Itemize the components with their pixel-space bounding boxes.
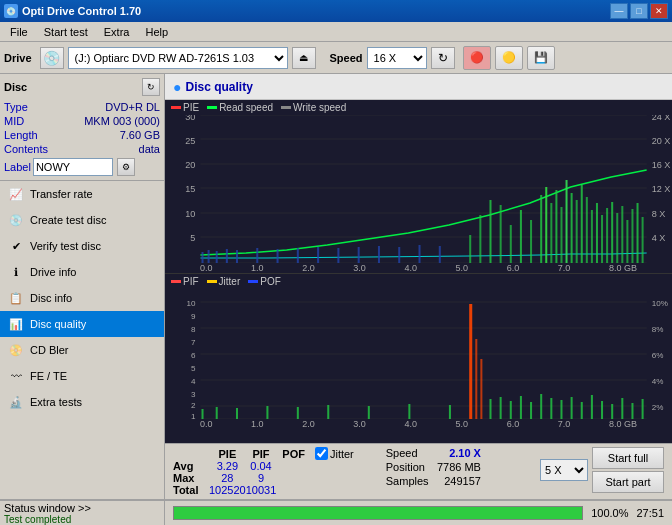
main-layout: Disc ↻ Type DVD+R DL MID MKM 003 (000) L… bbox=[0, 74, 672, 499]
sidebar-item-disc-quality[interactable]: 📊 Disc quality bbox=[0, 311, 164, 337]
speed-value: 2.10 X bbox=[449, 447, 481, 459]
lower-chart-svg: 10 9 8 7 6 5 4 3 2 1 10% 8% 6% 4% 2% bbox=[165, 289, 672, 419]
svg-rect-85 bbox=[236, 408, 238, 419]
disc-mid-val: MKM 003 (000) bbox=[84, 115, 160, 127]
svg-text:15: 15 bbox=[185, 184, 195, 194]
jitter-checkbox[interactable] bbox=[315, 447, 328, 460]
menu-file[interactable]: File bbox=[2, 24, 36, 40]
menu-extra[interactable]: Extra bbox=[96, 24, 138, 40]
disc-contents-val: data bbox=[139, 143, 160, 155]
svg-rect-100 bbox=[540, 394, 542, 419]
menu-help[interactable]: Help bbox=[137, 24, 176, 40]
drive-icon-button[interactable]: 💿 bbox=[40, 47, 64, 69]
svg-rect-56 bbox=[337, 248, 339, 263]
read-speed-color bbox=[207, 106, 217, 109]
svg-rect-84 bbox=[216, 407, 218, 419]
upper-x-axis: 0.0 1.0 2.0 3.0 4.0 5.0 6.0 7.0 8.0 GB bbox=[165, 263, 672, 273]
eject-button[interactable]: ⏏ bbox=[292, 47, 316, 69]
titlebar-title: 💿 Opti Drive Control 1.70 bbox=[4, 4, 141, 18]
sidebar-item-transfer-rate[interactable]: 📈 Transfer rate bbox=[0, 181, 164, 207]
svg-rect-97 bbox=[510, 401, 512, 419]
sidebar-item-create-test-disc[interactable]: 💿 Create test disc bbox=[0, 207, 164, 233]
legend-pif: PIF bbox=[171, 276, 199, 287]
speed-select[interactable]: 16 X bbox=[367, 47, 427, 69]
position-label: Position bbox=[386, 461, 425, 473]
svg-rect-22 bbox=[500, 205, 502, 263]
svg-text:4 X: 4 X bbox=[652, 233, 666, 243]
quality-speed-select[interactable]: 5 X bbox=[540, 459, 588, 481]
app-icon: 💿 bbox=[4, 4, 18, 18]
progress-text: 100.0% bbox=[591, 507, 628, 519]
svg-rect-19 bbox=[469, 235, 471, 263]
sidebar-item-drive-info[interactable]: ℹ Drive info bbox=[0, 259, 164, 285]
disc-label-input[interactable] bbox=[33, 158, 113, 176]
svg-text:10%: 10% bbox=[652, 299, 668, 308]
jitter-checkbox-label[interactable]: Jitter bbox=[315, 447, 354, 460]
sidebar-item-extra-tests[interactable]: 🔬 Extra tests bbox=[0, 389, 164, 415]
toolbar-btn-1[interactable]: 🔴 bbox=[463, 46, 491, 70]
disc-type-val: DVD+R DL bbox=[105, 101, 160, 113]
svg-rect-94 bbox=[480, 359, 482, 419]
svg-rect-90 bbox=[408, 404, 410, 419]
svg-rect-26 bbox=[540, 195, 542, 263]
close-button[interactable]: ✕ bbox=[650, 3, 668, 19]
svg-text:12 X: 12 X bbox=[652, 184, 671, 194]
svg-rect-48 bbox=[208, 250, 210, 263]
sidebar-item-cd-bler[interactable]: 📀 CD Bler bbox=[0, 337, 164, 363]
menubar: File Start test Extra Help bbox=[0, 22, 672, 42]
cd-bler-icon: 📀 bbox=[8, 342, 24, 358]
svg-text:25: 25 bbox=[185, 136, 195, 146]
extra-tests-icon: 🔬 bbox=[8, 394, 24, 410]
progress-area: 100.0% 27:51 bbox=[165, 501, 672, 525]
refresh-speed-button[interactable]: ↻ bbox=[431, 47, 455, 69]
drive-select[interactable]: (J:) Optiarc DVD RW AD-7261S 1.03 bbox=[68, 47, 288, 69]
svg-rect-40 bbox=[611, 202, 613, 263]
svg-rect-30 bbox=[560, 207, 562, 263]
svg-text:4: 4 bbox=[191, 377, 196, 386]
legend-pie: PIE bbox=[171, 102, 199, 113]
stats-row-avg: Avg 3.29 0.04 bbox=[173, 460, 358, 472]
svg-rect-108 bbox=[621, 398, 623, 419]
toolbar-btn-2[interactable]: 🟡 bbox=[495, 46, 523, 70]
svg-rect-92 bbox=[469, 304, 472, 419]
legend-pof: POF bbox=[248, 276, 281, 287]
minimize-button[interactable]: — bbox=[610, 3, 628, 19]
write-speed-color bbox=[281, 106, 291, 109]
stats-row-max: Max 28 9 bbox=[173, 472, 358, 484]
maximize-button[interactable]: □ bbox=[630, 3, 648, 19]
menu-start-test[interactable]: Start test bbox=[36, 24, 96, 40]
disc-label-settings-button[interactable]: ⚙ bbox=[117, 158, 135, 176]
svg-rect-104 bbox=[581, 402, 583, 419]
svg-rect-31 bbox=[566, 180, 568, 263]
svg-text:5: 5 bbox=[191, 364, 196, 373]
disc-mid-key: MID bbox=[4, 115, 24, 127]
upper-legend: PIE Read speed Write speed bbox=[165, 100, 672, 115]
sidebar-item-fe-te[interactable]: 〰 FE / TE bbox=[0, 363, 164, 389]
disc-length-val: 7.60 GB bbox=[120, 129, 160, 141]
speed-label: Speed bbox=[330, 52, 363, 64]
sidebar-item-disc-info[interactable]: 📋 Disc info bbox=[0, 285, 164, 311]
svg-text:8%: 8% bbox=[652, 325, 664, 334]
svg-text:30: 30 bbox=[185, 115, 195, 122]
svg-text:24 X: 24 X bbox=[652, 115, 671, 122]
svg-rect-46 bbox=[642, 217, 644, 263]
statusbar: Status window >> Test completed 100.0% 2… bbox=[0, 499, 672, 525]
disc-contents-key: Contents bbox=[4, 143, 48, 155]
start-full-button[interactable]: Start full bbox=[592, 447, 664, 469]
drive-label: Drive bbox=[4, 52, 32, 64]
svg-text:5: 5 bbox=[190, 233, 195, 243]
save-button[interactable]: 💾 bbox=[527, 46, 555, 70]
charts-container: PIE Read speed Write speed bbox=[165, 100, 672, 443]
svg-rect-93 bbox=[475, 339, 477, 419]
svg-text:8 X: 8 X bbox=[652, 209, 666, 219]
start-part-button[interactable]: Start part bbox=[592, 471, 664, 493]
upper-chart-area: PIE Read speed Write speed bbox=[165, 100, 672, 274]
disc-refresh-button[interactable]: ↻ bbox=[142, 78, 160, 96]
svg-rect-49 bbox=[216, 251, 218, 263]
chart-title: Disc quality bbox=[185, 80, 252, 94]
svg-rect-86 bbox=[266, 406, 268, 419]
svg-text:20 X: 20 X bbox=[652, 136, 671, 146]
status-window-button[interactable]: Status window >> Test completed bbox=[0, 501, 165, 525]
sidebar: Disc ↻ Type DVD+R DL MID MKM 003 (000) L… bbox=[0, 74, 165, 499]
sidebar-item-verify-test-disc[interactable]: ✔ Verify test disc bbox=[0, 233, 164, 259]
